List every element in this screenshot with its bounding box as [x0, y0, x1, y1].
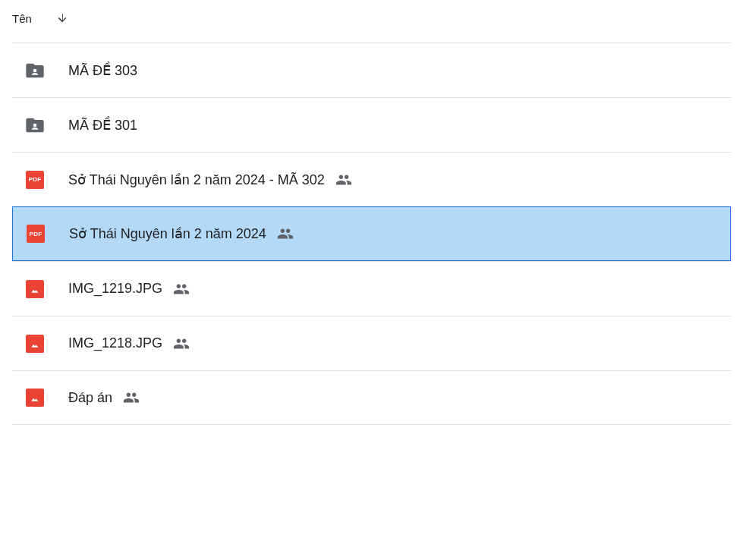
pdf-icon: PDF	[24, 169, 46, 190]
file-name-label: Sở Thái Nguyên lần 2 năm 2024	[69, 225, 266, 242]
file-name-label: Sở Thái Nguyên lần 2 năm 2024 - MÃ 302	[68, 171, 325, 188]
folder-shared-icon	[24, 115, 46, 136]
column-name-label: Tên	[12, 12, 32, 25]
file-row[interactable]: MÃ ĐỀ 303	[12, 42, 731, 97]
file-name-label: Đáp án	[68, 390, 112, 406]
svg-point-1	[33, 123, 37, 127]
image-icon	[24, 278, 46, 300]
shared-icon	[173, 281, 190, 297]
shared-icon	[123, 389, 140, 406]
column-header[interactable]: Tên	[0, 0, 743, 36]
folder-shared-icon	[24, 60, 46, 81]
file-row[interactable]: Đáp án	[12, 370, 731, 425]
file-row[interactable]: MÃ ĐỀ 301	[12, 97, 731, 152]
file-name-label: MÃ ĐỀ 301	[68, 117, 137, 134]
shared-icon	[173, 335, 190, 352]
file-name-label: IMG_1218.JPG	[68, 335, 162, 351]
image-icon	[24, 387, 46, 408]
svg-point-0	[33, 68, 37, 72]
shared-icon	[277, 225, 294, 242]
file-name-label: IMG_1219.JPG	[68, 281, 162, 297]
file-name-label: MÃ ĐỀ 303	[68, 62, 137, 79]
pdf-icon: PDF	[25, 223, 46, 244]
image-icon	[24, 333, 46, 354]
file-row[interactable]: PDF Sở Thái Nguyên lần 2 năm 2024 - MÃ 3…	[12, 152, 731, 206]
file-row[interactable]: PDF Sở Thái Nguyên lần 2 năm 2024	[12, 206, 731, 261]
shared-icon	[335, 171, 352, 188]
sort-arrow-down-icon[interactable]	[53, 9, 71, 27]
file-row[interactable]: IMG_1218.JPG	[12, 316, 731, 370]
file-row[interactable]: IMG_1219.JPG	[12, 261, 731, 316]
file-list: MÃ ĐỀ 303 MÃ ĐỀ 301 PDF Sở Thái Nguyên l…	[0, 42, 743, 425]
